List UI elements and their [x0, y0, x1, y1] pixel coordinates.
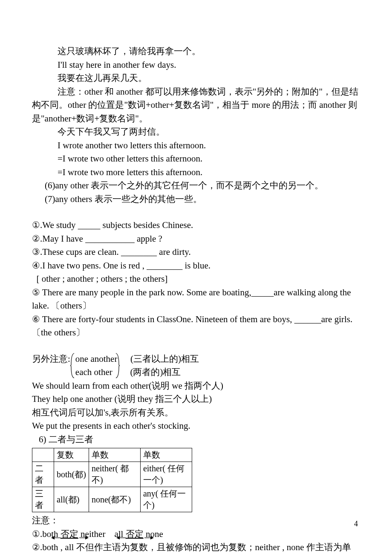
bracket-item: one another	[75, 354, 118, 364]
question-options: [ other ; another ; others ; the others]	[32, 272, 360, 286]
table-header: 单数	[89, 448, 140, 462]
question-line: ①.We study _____ subjects besides Chines…	[32, 219, 360, 232]
question-line: ②.May I have ___________ apple ?	[32, 232, 360, 246]
question-line: ④.I have two pens. One is red , ________…	[32, 259, 360, 273]
arrow-icon	[116, 531, 125, 536]
body-line: 注意：	[32, 514, 360, 528]
bracket-item: each other	[75, 367, 112, 377]
table-cell: all(都)	[54, 487, 89, 512]
table-cell: both(都)	[54, 462, 89, 487]
svg-marker-5	[116, 536, 120, 540]
body-line: They help one another (说明 they 指三个人以上)	[32, 392, 360, 406]
body-line: I wrote another two letters this afterno…	[32, 139, 360, 153]
svg-marker-7	[150, 536, 154, 540]
negation-text: 否定	[126, 529, 144, 539]
blank-line	[32, 340, 360, 352]
body-line: ②.both , all 不但作主语为复数，且被修饰的词也为复数；neither…	[32, 541, 360, 554]
negation-text: 否定	[61, 529, 78, 539]
arrow-icon	[51, 531, 60, 536]
body-paragraph: 注意：other 和 another 都可以用来修饰数词，表示"另外的；附加的"…	[32, 85, 360, 126]
arrow-icon	[79, 531, 88, 536]
note-bracket-block: 另外注意: one another (三者以上的)相互 each other	[32, 352, 360, 379]
question-line: ⑥ There are forty-four students in Class…	[32, 313, 360, 340]
body-line: =I wrote two other letters this afternoo…	[32, 152, 360, 166]
section-heading: 6) 二者与三者	[32, 433, 360, 447]
body-line: =I wrote two more letters this afternoon…	[32, 166, 360, 179]
table-cell: neither( 都不)	[89, 462, 140, 487]
body-line: ①.both 否定 neither all 否定 none	[32, 528, 360, 541]
body-line: (6)any other 表示一个之外的其它任何一个，而不是两个之中的另一个。	[32, 179, 360, 193]
body-line: 这只玻璃杯坏了，请给我再拿一个。	[32, 45, 360, 58]
body-line: We put the presents in each other's stoc…	[32, 419, 360, 433]
blank-line	[32, 206, 360, 219]
arrow-icon	[144, 531, 153, 536]
body-line: 相互代词后可以加's,表示所有关系。	[32, 406, 360, 420]
body-line: I'll stay here in another few days.	[32, 58, 360, 72]
table-cell: any( 任何一个)	[140, 487, 192, 512]
table-cell: 三者	[32, 487, 54, 512]
table-header: 复数	[54, 448, 89, 462]
page-number: 4	[354, 519, 358, 528]
bracket-icon	[70, 352, 75, 379]
bracket-desc: (三者以上的)相互	[130, 354, 199, 364]
table-header	[32, 448, 54, 462]
table-cell: 二者	[32, 462, 54, 487]
body-line: 我要在这儿再呆几天。	[32, 72, 360, 85]
question-line: ③.These cups are clean. ________ are dir…	[32, 245, 360, 259]
body-line: We should learn from each other(说明 we 指两…	[32, 379, 360, 393]
svg-marker-3	[85, 536, 89, 540]
bracket-icon	[115, 369, 120, 377]
bracket-desc: (两者的)相互	[130, 367, 181, 377]
table-header: 单数	[140, 448, 192, 462]
svg-marker-1	[51, 536, 55, 540]
table-cell: either( 任何一个)	[140, 462, 192, 487]
two-three-table: 复数 单数 单数 二者 both(都) neither( 都不) either(…	[32, 448, 192, 512]
body-line: 今天下午我又写了两封信。	[32, 125, 360, 139]
table-cell: none(都不)	[89, 487, 140, 512]
note-prefix: 另外注意:	[32, 352, 70, 366]
question-line: ⑤ There are many people in the park now.…	[32, 286, 360, 313]
body-line: (7)any others 表示一些之外的其他一些。	[32, 193, 360, 206]
